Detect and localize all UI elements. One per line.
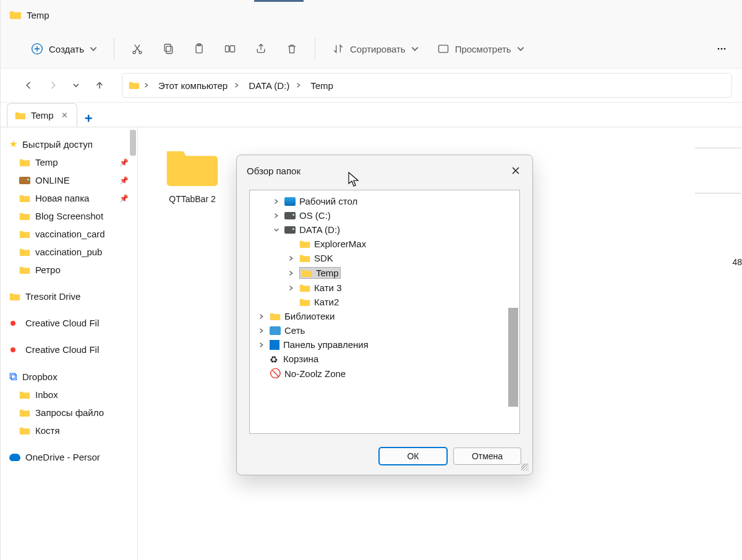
svg-point-11 xyxy=(718,48,720,50)
sidebar-item[interactable]: Blog Screenshot xyxy=(1,207,137,225)
expand-icon[interactable] xyxy=(287,284,296,292)
sidebar-creative-cloud[interactable]: Creative Cloud Fil xyxy=(1,341,137,358)
folder-icon xyxy=(19,230,30,239)
history-button[interactable] xyxy=(70,79,82,91)
sidebar-item-label: Костя xyxy=(35,425,60,436)
button-label: ОК xyxy=(407,451,419,461)
cut-icon xyxy=(130,42,144,56)
tree-item-drive-c[interactable]: OS (C:) xyxy=(250,208,519,223)
sidebar-item-label: Ретро xyxy=(35,265,61,275)
expand-icon[interactable] xyxy=(287,269,296,278)
expand-icon[interactable] xyxy=(257,312,266,321)
sidebar-item-label: Быстрый доступ xyxy=(22,139,93,150)
tree-item-network[interactable]: Сеть xyxy=(250,323,519,337)
tree-item-libraries[interactable]: Библиотеки xyxy=(250,309,519,323)
tree-label: DATA (D:) xyxy=(299,224,340,235)
tree-item[interactable]: ExplorerMax xyxy=(250,237,519,251)
dialog-close-button[interactable] xyxy=(509,164,522,177)
tree-item-recycle[interactable]: ♻Корзина xyxy=(250,352,519,366)
sidebar-item[interactable]: Запросы файло xyxy=(1,404,137,422)
copy-icon xyxy=(161,42,175,56)
share-button[interactable] xyxy=(247,37,275,61)
expand-icon[interactable] xyxy=(272,211,281,220)
tree-item-desktop[interactable]: Рабочий стол xyxy=(250,194,519,208)
breadcrumb-item[interactable]: DATA (D:) xyxy=(246,79,292,92)
expand-icon[interactable] xyxy=(257,326,266,335)
paste-button[interactable] xyxy=(185,37,213,61)
sidebar-item-label: Tresorit Drive xyxy=(25,291,80,302)
folder-icon xyxy=(299,254,310,263)
sidebar-item[interactable]: Ретро xyxy=(1,261,137,279)
chevron-down-icon xyxy=(516,45,525,53)
more-button[interactable] xyxy=(707,37,736,61)
folder-tree[interactable]: Рабочий стол OS (C:) DATA (D:) ExplorerM… xyxy=(249,190,520,434)
sort-button[interactable]: Сортировать xyxy=(324,37,427,61)
collapse-icon[interactable] xyxy=(272,226,281,234)
chevron-right-icon xyxy=(234,81,242,90)
star-icon: ★ xyxy=(9,138,17,150)
expand-icon[interactable] xyxy=(287,254,296,263)
svg-point-2 xyxy=(133,51,135,54)
back-button[interactable] xyxy=(23,79,35,91)
tree-scrollbar[interactable] xyxy=(508,308,518,407)
new-tab-button[interactable]: + xyxy=(77,111,100,127)
resize-grip[interactable] xyxy=(521,464,529,471)
tree-item[interactable]: 🚫No-Zoolz Zone xyxy=(250,366,519,381)
tabbar: Temp ✕ + xyxy=(1,103,742,127)
dialog-title: Обзор папок xyxy=(247,166,301,176)
svg-point-12 xyxy=(721,48,723,50)
copy-button[interactable] xyxy=(154,37,182,61)
tab-close-button[interactable]: ✕ xyxy=(59,109,70,121)
view-button[interactable]: Просмотреть xyxy=(429,37,532,61)
sort-icon xyxy=(331,42,345,56)
tree-item[interactable]: SDK xyxy=(250,251,519,265)
tree-item-temp[interactable]: Temp xyxy=(250,265,519,281)
rename-button[interactable] xyxy=(216,37,244,61)
sidebar-quick-access[interactable]: ★ Быстрый доступ xyxy=(1,135,137,153)
tree-label: Библиотеки xyxy=(284,311,335,321)
sidebar-scrollbar[interactable] xyxy=(130,130,136,156)
expand-icon[interactable] xyxy=(272,197,281,206)
sidebar-item[interactable]: Новая папка📌 xyxy=(1,189,137,207)
forward-button[interactable] xyxy=(46,79,59,91)
tree-label: OS (C:) xyxy=(299,210,331,221)
libraries-icon xyxy=(270,312,281,321)
up-button[interactable] xyxy=(93,79,106,91)
sidebar-item-label: vaccination_pub xyxy=(35,247,102,257)
file-item[interactable] xyxy=(695,146,741,193)
drive-icon xyxy=(284,212,296,219)
breadcrumb-item[interactable]: Temp xyxy=(308,79,336,92)
paste-icon xyxy=(192,42,206,56)
sidebar-item[interactable]: Temp📌 xyxy=(1,153,137,171)
tree-item[interactable]: Кати2 xyxy=(250,295,519,309)
file-thumb xyxy=(695,148,741,193)
delete-button[interactable] xyxy=(278,37,306,61)
svg-point-3 xyxy=(139,51,142,54)
creative-cloud-icon xyxy=(9,318,20,328)
sidebar-tresorit[interactable]: Tresorit Drive xyxy=(1,287,137,305)
folder-icon xyxy=(19,194,30,203)
tree-item-drive-d[interactable]: DATA (D:) xyxy=(250,223,519,237)
breadcrumb-item[interactable]: Этот компьютер xyxy=(156,79,230,92)
sidebar-creative-cloud[interactable]: Creative Cloud Fil xyxy=(1,314,137,332)
tab[interactable]: Temp ✕ xyxy=(7,103,77,127)
folder-icon xyxy=(19,409,30,417)
sidebar-item[interactable]: vaccination_pub xyxy=(1,243,137,261)
address-bar[interactable]: Этот компьютер DATA (D:) Temp xyxy=(122,73,732,98)
sidebar-item[interactable]: Inbox xyxy=(1,386,137,404)
cancel-button[interactable]: Отмена xyxy=(453,448,521,465)
sidebar-item[interactable]: ONLINE📌 xyxy=(1,171,137,189)
pin-icon: 📌 xyxy=(119,158,132,167)
browse-folder-dialog: Обзор папок Рабочий стол OS (C:) DATA (D… xyxy=(236,155,533,475)
cut-button[interactable] xyxy=(123,37,151,61)
file-item[interactable]: QTTabBar 2 xyxy=(155,146,229,204)
sidebar-onedrive[interactable]: OneDrive - Persor xyxy=(1,448,137,466)
tree-item[interactable]: Кати 3 xyxy=(250,281,519,295)
sidebar-item[interactable]: vaccination_card xyxy=(1,225,137,243)
sidebar-dropbox[interactable]: ⧉Dropbox xyxy=(1,367,137,386)
create-button[interactable]: Создать xyxy=(23,37,105,61)
expand-icon[interactable] xyxy=(257,341,266,349)
tree-item-control-panel[interactable]: Панель управления xyxy=(250,337,519,352)
sidebar-item[interactable]: Костя xyxy=(1,422,137,439)
ok-button[interactable]: ОК xyxy=(379,448,447,465)
